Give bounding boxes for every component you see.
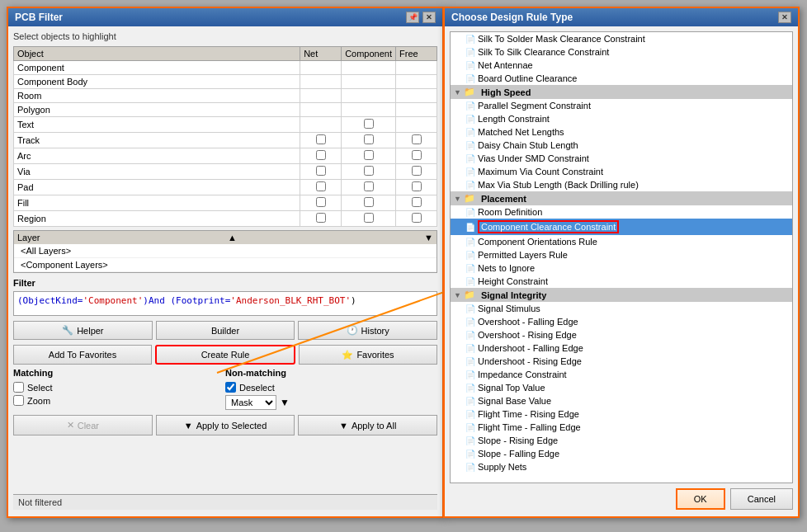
layer-item[interactable]: <Component Layers> — [14, 258, 437, 272]
tree-item[interactable]: 📄Flight Time - Falling Edge — [451, 421, 792, 434]
item-label: Flight Time - Rising Edge — [478, 409, 579, 419]
filter-paren: (Footprint= — [170, 295, 230, 306]
component-checkbox[interactable] — [364, 134, 374, 144]
item-label: Room Definition — [478, 207, 542, 217]
tree-item[interactable]: 📄Height Constraint — [451, 275, 792, 288]
tree-item[interactable]: 📄Net Antennae — [451, 59, 792, 72]
tree-item[interactable]: 📄Daisy Chain Stub Length — [451, 139, 792, 152]
tree-item[interactable]: 📄Slope - Rising Edge — [451, 434, 792, 447]
net-checkbox[interactable] — [316, 134, 326, 144]
filter-icon-selected: ▼ — [184, 421, 193, 431]
net-cell — [300, 211, 342, 227]
net-checkbox[interactable] — [316, 213, 326, 223]
history-button[interactable]: 🕐 History — [298, 321, 437, 340]
doc-icon: 📄 — [465, 370, 475, 379]
item-label: Nets to Ignore — [478, 263, 535, 273]
helper-button[interactable]: 🔧 Helper — [13, 321, 153, 340]
deselect-checkbox[interactable] — [225, 382, 236, 393]
favorites-button[interactable]: ⭐ Favorites — [299, 345, 437, 365]
tree-item[interactable]: 📄Slope - Falling Edge — [451, 447, 792, 460]
net-cell — [300, 117, 342, 133]
apply-to-selected-button[interactable]: ▼ Apply to Selected — [156, 415, 295, 435]
free-cell — [396, 117, 437, 133]
net-checkbox[interactable] — [316, 197, 326, 207]
tree-item[interactable]: 📄Board Outline Clearance — [451, 72, 792, 85]
pcb-filter-titlebar: PCB Filter 📌 ✕ — [8, 8, 442, 26]
tree-item[interactable]: 📄Supply Nets — [451, 460, 792, 473]
component-checkbox[interactable] — [364, 197, 374, 207]
item-label: Signal Base Value — [478, 396, 551, 406]
col-free: Free — [396, 47, 437, 61]
builder-button[interactable]: Builder — [156, 321, 295, 340]
tree-item[interactable]: 📄Permitted Layers Rule — [451, 248, 792, 261]
item-label: Impedance Constraint — [478, 370, 567, 379]
tree-item[interactable]: 📄Max Via Stub Length (Back Drilling rule… — [451, 178, 792, 191]
table-row: Region — [14, 211, 437, 227]
tree-item[interactable]: 📄Nets to Ignore — [451, 261, 792, 275]
tree-item[interactable]: 📄Impedance Constraint — [451, 368, 792, 381]
free-checkbox[interactable] — [412, 181, 422, 191]
select-label: Select — [27, 383, 53, 393]
free-checkbox[interactable] — [412, 213, 422, 223]
tree-item[interactable]: 📄Silk To Solder Mask Clearance Constrain… — [451, 32, 792, 45]
free-cell — [396, 180, 437, 195]
select-checkbox[interactable] — [13, 382, 24, 393]
add-to-favorites-button[interactable]: Add To Favorites — [13, 345, 152, 365]
tree-item[interactable]: 📄Undershoot - Falling Edge — [451, 341, 792, 355]
tree-item[interactable]: 📄Undershoot - Rising Edge — [451, 355, 792, 368]
tree-item[interactable]: 📄Room Definition — [451, 205, 792, 219]
layer-scroll-up[interactable]: ▲ — [228, 233, 237, 242]
free-checkbox[interactable] — [412, 197, 422, 207]
layer-list[interactable]: <All Layers><Component Layers> — [14, 244, 437, 272]
filter-section: (ObjectKind='Component')And (Footprint='… — [13, 291, 437, 316]
zoom-row: Zoom — [13, 395, 225, 406]
component-checkbox[interactable] — [364, 150, 374, 160]
free-checkbox[interactable] — [412, 166, 422, 176]
tree-item[interactable]: 📄Signal Stimulus — [451, 302, 792, 315]
group-label: High Speed — [481, 87, 531, 97]
tree-item[interactable]: 📄Length Constraint — [451, 112, 792, 125]
tree-item[interactable]: 📄Parallel Segment Constraint — [451, 99, 792, 112]
tree-item[interactable]: 📄Matched Net Lengths — [451, 125, 792, 139]
pin-button[interactable]: 📌 — [406, 12, 419, 23]
component-checkbox[interactable] — [364, 181, 374, 191]
design-rule-close[interactable]: ✕ — [778, 12, 791, 23]
mask-select[interactable]: Mask Dim Normal — [225, 395, 276, 410]
layer-item[interactable]: <All Layers> — [14, 244, 437, 258]
tree-item[interactable]: 📄Component Clearance Constraint — [451, 219, 792, 235]
tree-item[interactable]: 📄Silk To Silk Clearance Constraint — [451, 45, 792, 59]
matching-label: Matching — [13, 368, 225, 378]
object-name-cell: Room — [14, 89, 300, 103]
tree-item[interactable]: 📄Maximum Via Count Constraint — [451, 165, 792, 178]
tree-item[interactable]: 📄Component Orientations Rule — [451, 235, 792, 248]
ok-button[interactable]: OK — [676, 488, 725, 510]
free-checkbox[interactable] — [412, 134, 422, 144]
table-row: Component — [14, 61, 437, 75]
net-checkbox[interactable] — [316, 166, 326, 176]
item-label: Matched Net Lengths — [478, 127, 564, 137]
tree-item[interactable]: 📄Signal Top Value — [451, 381, 792, 394]
free-checkbox[interactable] — [412, 150, 422, 160]
tree-item[interactable]: 📄Overshoot - Rising Edge — [451, 328, 792, 341]
zoom-checkbox[interactable] — [13, 395, 24, 406]
cancel-button[interactable]: Cancel — [730, 488, 793, 510]
apply-to-all-button[interactable]: ▼ Apply to All — [298, 415, 437, 435]
net-checkbox[interactable] — [316, 181, 326, 191]
component-checkbox[interactable] — [364, 213, 374, 223]
net-checkbox[interactable] — [316, 150, 326, 160]
table-row: Fill — [14, 195, 437, 211]
rule-tree[interactable]: 📄Silk To Solder Mask Clearance Constrain… — [450, 31, 793, 483]
component-checkbox[interactable] — [364, 119, 374, 129]
tree-item[interactable]: 📄Signal Base Value — [451, 394, 792, 407]
create-rule-button[interactable]: Create Rule — [155, 345, 295, 365]
tree-item[interactable]: 📄Overshoot - Falling Edge — [451, 315, 792, 328]
layer-scroll-down[interactable]: ▼ — [424, 233, 433, 242]
clear-button[interactable]: ✕ Clear — [13, 415, 153, 435]
pcb-filter-content: Select objects to highlight Object Net C… — [8, 26, 442, 515]
collapse-icon: ▼ — [454, 195, 461, 203]
doc-icon: 📄 — [465, 463, 475, 472]
close-button[interactable]: ✕ — [422, 12, 436, 23]
tree-item[interactable]: 📄Vias Under SMD Constraint — [451, 152, 792, 165]
tree-item[interactable]: 📄Flight Time - Rising Edge — [451, 407, 792, 421]
component-checkbox[interactable] — [364, 166, 374, 176]
